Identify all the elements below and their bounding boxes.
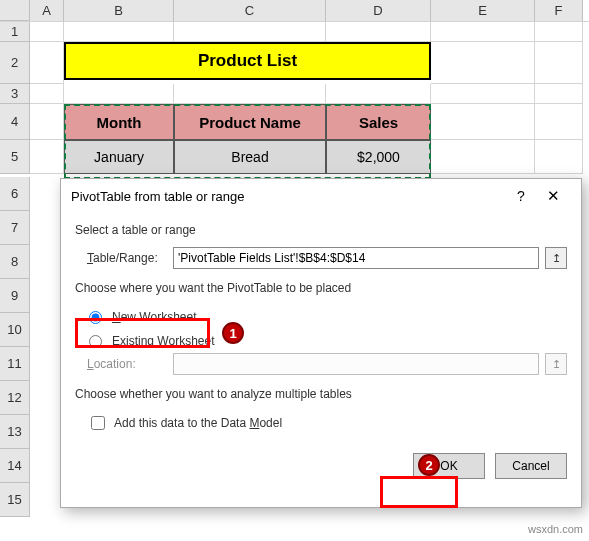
cell[interactable] — [64, 84, 174, 104]
cancel-button[interactable]: Cancel — [495, 453, 567, 479]
data-model-label: Add this data to the Data Model — [114, 416, 282, 430]
existing-worksheet-label: Existing Worksheet — [112, 334, 215, 348]
row-headers-continued: 6 7 8 9 10 11 12 13 14 15 — [0, 177, 30, 517]
th-month[interactable]: Month — [64, 104, 174, 140]
existing-worksheet-radio[interactable] — [89, 335, 102, 348]
dialog-title-text: PivotTable from table or range — [71, 189, 244, 204]
cell[interactable] — [535, 104, 583, 140]
cell[interactable] — [535, 22, 583, 42]
cell[interactable] — [431, 104, 535, 140]
table-range-input[interactable] — [173, 247, 539, 269]
cell[interactable] — [30, 140, 64, 174]
cell[interactable] — [431, 140, 535, 174]
cell[interactable] — [535, 42, 583, 84]
section-multi-label: Choose whether you want to analyze multi… — [75, 387, 567, 401]
row-13[interactable]: 13 — [0, 415, 30, 449]
row-3[interactable]: 3 — [0, 84, 30, 104]
select-all-corner[interactable] — [0, 0, 30, 21]
help-button[interactable]: ? — [507, 188, 535, 204]
dialog-titlebar[interactable]: PivotTable from table or range ? ✕ — [61, 179, 581, 213]
th-sales[interactable]: Sales — [326, 104, 431, 140]
th-product[interactable]: Product Name — [174, 104, 326, 140]
new-worksheet-radio[interactable] — [89, 311, 102, 324]
watermark: wsxdn.com — [528, 523, 583, 535]
cell[interactable] — [326, 22, 431, 42]
cell[interactable] — [535, 140, 583, 174]
row-14[interactable]: 14 — [0, 449, 30, 483]
row-5[interactable]: 5 — [0, 140, 30, 174]
col-c[interactable]: C — [174, 0, 326, 21]
annotation-badge-1: 1 — [222, 322, 244, 344]
spreadsheet: A B C D E F 1 2 Product List 3 4 Month P… — [0, 0, 589, 174]
col-d[interactable]: D — [326, 0, 431, 21]
row-8[interactable]: 8 — [0, 245, 30, 279]
section-select-label: Select a table or range — [75, 223, 567, 237]
cell[interactable] — [30, 22, 64, 42]
cell[interactable] — [535, 84, 583, 104]
row-15[interactable]: 15 — [0, 483, 30, 517]
row-6[interactable]: 6 — [0, 177, 30, 211]
cell[interactable] — [431, 84, 535, 104]
row-4[interactable]: 4 — [0, 104, 30, 140]
cell[interactable] — [174, 22, 326, 42]
cell[interactable] — [431, 22, 535, 42]
row-1[interactable]: 1 — [0, 22, 30, 42]
table-range-label: Table/Range: — [87, 251, 167, 265]
row-11[interactable]: 11 — [0, 347, 30, 381]
td-product[interactable]: Bread — [174, 140, 326, 174]
col-e[interactable]: E — [431, 0, 535, 21]
collapse-range-icon[interactable]: ↥ — [545, 247, 567, 269]
cell[interactable] — [30, 84, 64, 104]
row-2[interactable]: 2 — [0, 42, 30, 84]
new-worksheet-label: New Worksheet — [112, 310, 196, 324]
cell[interactable] — [30, 104, 64, 140]
location-label: Location: — [87, 357, 167, 371]
row-9[interactable]: 9 — [0, 279, 30, 313]
td-sales[interactable]: $2,000 — [326, 140, 431, 174]
col-f[interactable]: F — [535, 0, 583, 21]
col-b[interactable]: B — [64, 0, 174, 21]
title-cell[interactable]: Product List — [64, 42, 431, 80]
data-model-checkbox[interactable] — [91, 416, 105, 430]
cell[interactable] — [174, 84, 326, 104]
annotation-badge-2: 2 — [418, 454, 440, 476]
row-10[interactable]: 10 — [0, 313, 30, 347]
row-12[interactable]: 12 — [0, 381, 30, 415]
pivottable-dialog: PivotTable from table or range ? ✕ Selec… — [60, 178, 582, 508]
section-place-label: Choose where you want the PivotTable to … — [75, 281, 567, 295]
cell[interactable] — [30, 42, 64, 84]
close-button[interactable]: ✕ — [535, 187, 571, 205]
td-month[interactable]: January — [64, 140, 174, 174]
collapse-range-icon-2: ↥ — [545, 353, 567, 375]
cell[interactable] — [64, 22, 174, 42]
cell[interactable] — [431, 42, 535, 84]
column-headers: A B C D E F — [0, 0, 589, 22]
cell[interactable] — [326, 84, 431, 104]
row-7[interactable]: 7 — [0, 211, 30, 245]
location-input — [173, 353, 539, 375]
col-a[interactable]: A — [30, 0, 64, 21]
dialog-body: Select a table or range Table/Range: ↥ C… — [61, 213, 581, 447]
